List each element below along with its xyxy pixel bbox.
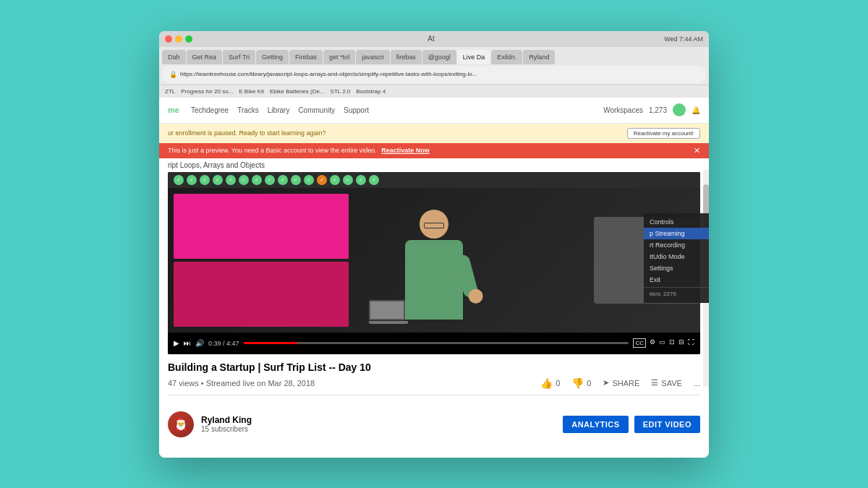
bookmark-progress[interactable]: Progress for 20 so... <box>181 88 233 95</box>
traffic-lights <box>165 35 192 43</box>
tab-get-rea[interactable]: Get Rea <box>187 50 223 64</box>
progress-dot-12[interactable]: ✓ <box>317 175 327 185</box>
nav-techdegree[interactable]: Techdegree <box>191 106 229 114</box>
youtube-info: Building a Startup | Surf Trip List -- D… <box>159 354 709 408</box>
more-button[interactable]: ... <box>694 379 700 388</box>
obs-studio-mode[interactable]: ItUdio Mode <box>644 251 709 262</box>
progress-dot-5[interactable]: ✓ <box>226 175 236 185</box>
progress-dot-13[interactable]: ✓ <box>330 175 340 185</box>
tab-firebas[interactable]: Firebas <box>289 50 323 64</box>
like-button[interactable]: 👍 0 <box>540 377 560 389</box>
control-icons-right: CC ⚙ ▭ ⊡ ⊟ ⛶ <box>633 338 694 348</box>
video-title: Building a Startup | Surf Trip List -- D… <box>168 361 700 373</box>
play-button[interactable]: ▶ <box>174 339 179 347</box>
dislike-count: 0 <box>587 379 591 388</box>
time-display: 0:39 / 4:47 <box>208 340 239 347</box>
video-actions: 👍 0 👎 0 ➤ SHARE ☰ SAVE <box>540 377 700 389</box>
video-views-date: 47 views • Streamed live on Mar 28, 2018 <box>168 379 315 388</box>
share-label: SHARE <box>612 379 639 388</box>
volume-button[interactable]: 🔊 <box>195 339 204 347</box>
progress-dot-4[interactable]: ✓ <box>213 175 223 185</box>
tab-dah[interactable]: Dah <box>162 50 186 64</box>
tab-surf-tri[interactable]: Surf Tri <box>223 50 255 64</box>
share-button[interactable]: ➤ SHARE <box>603 378 639 388</box>
bookmark-bootstrap[interactable]: Bootstrap 4 <box>356 88 386 95</box>
channel-name[interactable]: Ryland King <box>201 415 556 425</box>
obs-streaming[interactable]: p Streaming <box>644 228 709 239</box>
secure-icon: 🔒 <box>169 71 177 78</box>
progress-dot-1[interactable]: ✓ <box>174 175 184 185</box>
video-progress-dots: ✓ ✓ ✓ ✓ ✓ ✓ ✓ ✓ ✓ ✓ ✓ ✓ ✓ ✓ ✓ ✓ <box>168 172 700 188</box>
nav-workspaces[interactable]: Workspaces <box>603 106 643 114</box>
cc-button[interactable]: CC <box>633 338 646 348</box>
reactivate-now-link[interactable]: Reactivate Now <box>381 147 430 154</box>
bookmark-stl[interactable]: STL 2.0 <box>331 88 351 95</box>
analytics-button[interactable]: ANALYTICS <box>563 416 628 433</box>
reactivate-account-button[interactable]: Reactivate my account! <box>627 128 700 139</box>
tab-javascri[interactable]: javascri <box>356 50 390 64</box>
channel-avatar[interactable]: 🎅 <box>168 411 194 437</box>
close-button[interactable] <box>165 35 172 43</box>
progress-dot-9[interactable]: ✓ <box>278 175 288 185</box>
tab-live-da[interactable]: Live Da <box>457 50 491 64</box>
nav-avatar[interactable] <box>673 103 686 116</box>
nav-points: 1,273 <box>649 106 667 114</box>
presenter-figure <box>391 210 477 333</box>
bookmark-ebike-batteries[interactable]: Ebike Batteries (De... <box>270 88 325 95</box>
obs-recording[interactable]: rt Recording <box>644 239 709 251</box>
video-frame[interactable] <box>168 188 700 333</box>
preview-text: This is just a preview. You need a Basic… <box>168 147 430 154</box>
progress-dot-7[interactable]: ✓ <box>252 175 262 185</box>
tab-ryland[interactable]: Ryland <box>523 50 555 64</box>
progress-dot-16[interactable]: ✓ <box>369 175 379 185</box>
address-bar[interactable]: 🔒 https://teamtreehouse.com/library/java… <box>162 66 706 83</box>
browser-chrome: At Wed 7:44 AM Dah Get Rea Surf Tri Gett… <box>159 31 709 98</box>
dislike-icon: 👎 <box>571 377 584 389</box>
stream-date: Streamed live on Mar 28, 2018 <box>206 379 315 388</box>
save-label: SAVE <box>661 379 682 388</box>
tab-get-tol[interactable]: get *tol <box>323 50 355 64</box>
progress-dot-6[interactable]: ✓ <box>239 175 249 185</box>
subscriber-count: 15 subscribers <box>201 425 556 433</box>
cast-button[interactable]: ⊟ <box>678 338 684 348</box>
laptop-screen <box>369 300 405 320</box>
dislike-button[interactable]: 👎 0 <box>571 377 591 389</box>
progress-dot-11[interactable]: ✓ <box>304 175 314 185</box>
obs-exit[interactable]: Exit <box>644 274 709 286</box>
theater-button[interactable]: ⊡ <box>669 338 675 348</box>
progress-fill <box>244 342 298 344</box>
minimize-button[interactable] <box>175 35 182 43</box>
nav-community[interactable]: Community <box>298 106 335 114</box>
progress-dot-14[interactable]: ✓ <box>343 175 353 185</box>
nav-notifications[interactable]: 🔔 <box>692 106 700 114</box>
miniplayer-button[interactable]: ▭ <box>659 338 665 348</box>
bookmark-ebike-kit[interactable]: E Bike Kit <box>239 88 264 95</box>
obs-controls[interactable]: Controls <box>644 216 709 228</box>
settings-button[interactable]: ⚙ <box>650 338 655 348</box>
progress-bar[interactable] <box>244 342 629 344</box>
close-banner-icon[interactable]: ✕ <box>694 146 700 155</box>
progress-dot-2[interactable]: ✓ <box>187 175 197 185</box>
tab-firebas2[interactable]: firebas <box>391 50 422 64</box>
tab-googl[interactable]: @googl <box>422 50 456 64</box>
fullscreen-button[interactable]: ⛶ <box>688 338 694 348</box>
laptop-base <box>369 321 408 324</box>
tab-getting[interactable]: Getting <box>256 50 289 64</box>
progress-dot-3[interactable]: ✓ <box>200 175 210 185</box>
nav-tracks[interactable]: Tracks <box>237 106 259 114</box>
maximize-button[interactable] <box>185 35 192 43</box>
video-controls: ▶ ⏭ 🔊 0:39 / 4:47 CC ⚙ ▭ ⊡ ⊟ ⛶ <box>168 333 700 354</box>
obs-settings[interactable]: Settings <box>644 262 709 274</box>
progress-dot-10[interactable]: ✓ <box>291 175 301 185</box>
treehouse-nav: me Techdegree Tracks Library Community S… <box>159 98 709 124</box>
next-button[interactable]: ⏭ <box>184 339 191 347</box>
progress-dot-8[interactable]: ✓ <box>265 175 275 185</box>
bookmark-ztl[interactable]: ZTL <box>165 88 175 95</box>
nav-library[interactable]: Library <box>268 106 290 114</box>
preview-banner: This is just a preview. You need a Basic… <box>159 143 709 158</box>
nav-support[interactable]: Support <box>344 106 369 114</box>
tab-exildn[interactable]: Exildn. <box>491 50 522 64</box>
edit-video-button[interactable]: EDIT VIDEO <box>634 416 700 433</box>
save-button[interactable]: ☰ SAVE <box>651 378 682 388</box>
progress-dot-15[interactable]: ✓ <box>356 175 366 185</box>
